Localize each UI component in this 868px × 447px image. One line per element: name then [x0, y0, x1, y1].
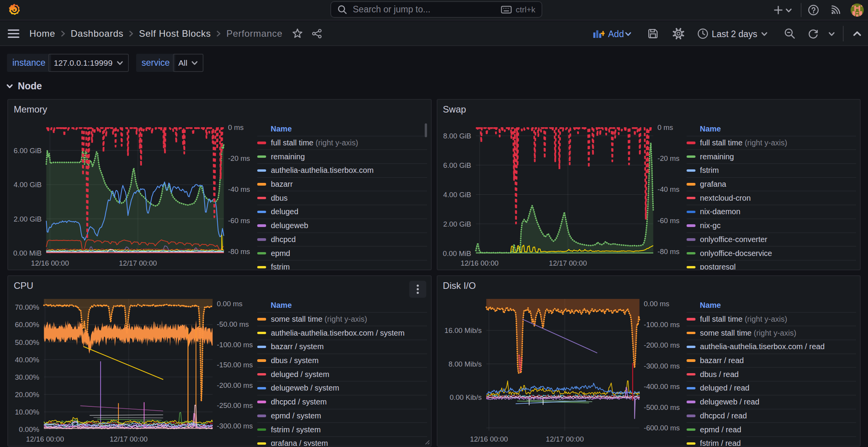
svg-text:12/16 00:00: 12/16 00:00 — [31, 259, 69, 267]
svg-text:12/17 00:00: 12/17 00:00 — [119, 259, 157, 267]
svg-text:-60 ms: -60 ms — [658, 217, 680, 225]
svg-text:0.00 MiB: 0.00 MiB — [443, 249, 471, 258]
svg-text:0.00 MiB: 0.00 MiB — [14, 249, 42, 257]
svg-text:0 ms: 0 ms — [228, 123, 244, 131]
svg-text:-250.00 ms: -250.00 ms — [217, 401, 253, 409]
svg-text:60.00%: 60.00% — [15, 321, 39, 329]
svg-text:70.00%: 70.00% — [15, 303, 39, 311]
svg-text:0.00 ms: 0.00 ms — [217, 300, 243, 308]
svg-text:-600.00 ms: -600.00 ms — [644, 424, 680, 432]
svg-text:-500.00 ms: -500.00 ms — [644, 403, 680, 411]
svg-text:-150.00 ms: -150.00 ms — [217, 361, 253, 369]
svg-text:-400.00 ms: -400.00 ms — [644, 382, 680, 391]
svg-text:-100.00 ms: -100.00 ms — [217, 341, 253, 349]
svg-text:-20 ms: -20 ms — [658, 154, 680, 162]
svg-text:-80 ms: -80 ms — [658, 247, 680, 256]
svg-text:10.00%: 10.00% — [15, 408, 39, 416]
svg-text:4.00 GiB: 4.00 GiB — [443, 191, 471, 199]
svg-text:12/17 00:00: 12/17 00:00 — [110, 435, 148, 443]
svg-text:-50.00 ms: -50.00 ms — [217, 320, 249, 328]
svg-text:30.00%: 30.00% — [15, 373, 39, 381]
svg-text:8.00 Mib/s: 8.00 Mib/s — [448, 360, 482, 368]
svg-text:-40 ms: -40 ms — [658, 185, 680, 193]
svg-text:-200.00 ms: -200.00 ms — [644, 341, 680, 349]
svg-text:-60 ms: -60 ms — [228, 217, 250, 225]
svg-text:12/16 00:00: 12/16 00:00 — [460, 259, 498, 267]
svg-text:12/16 00:00: 12/16 00:00 — [470, 435, 508, 443]
svg-text:2.00 GiB: 2.00 GiB — [443, 220, 471, 228]
svg-text:4.00 GiB: 4.00 GiB — [14, 181, 42, 189]
svg-text:0 ms: 0 ms — [658, 123, 673, 131]
svg-text:0.00 ms: 0.00 ms — [644, 300, 669, 308]
svg-text:12/17 00:00: 12/17 00:00 — [549, 259, 587, 267]
svg-text:12/17 00:00: 12/17 00:00 — [546, 435, 584, 443]
svg-text:-40 ms: -40 ms — [228, 185, 250, 193]
svg-text:6.00 GiB: 6.00 GiB — [14, 147, 42, 155]
svg-text:12/16 00:00: 12/16 00:00 — [26, 435, 64, 443]
svg-text:16.00 Mib/s: 16.00 Mib/s — [444, 326, 482, 334]
svg-text:2.00 GiB: 2.00 GiB — [14, 215, 42, 223]
svg-text:-80 ms: -80 ms — [228, 247, 250, 256]
svg-text:6.00 GiB: 6.00 GiB — [443, 161, 471, 169]
svg-text:50.00%: 50.00% — [15, 338, 39, 346]
svg-text:0.00%: 0.00% — [19, 425, 39, 433]
svg-text:-200.00 ms: -200.00 ms — [217, 381, 253, 389]
svg-text:20.00%: 20.00% — [15, 391, 39, 399]
svg-text:-300.00 ms: -300.00 ms — [217, 422, 253, 430]
svg-text:40.00%: 40.00% — [15, 356, 39, 364]
svg-text:8.00 GiB: 8.00 GiB — [443, 132, 471, 140]
svg-text:0.00 Kib/s: 0.00 Kib/s — [449, 393, 482, 401]
svg-text:-20 ms: -20 ms — [228, 154, 250, 162]
svg-text:-300.00 ms: -300.00 ms — [644, 362, 680, 370]
svg-text:-100.00 ms: -100.00 ms — [644, 321, 680, 329]
